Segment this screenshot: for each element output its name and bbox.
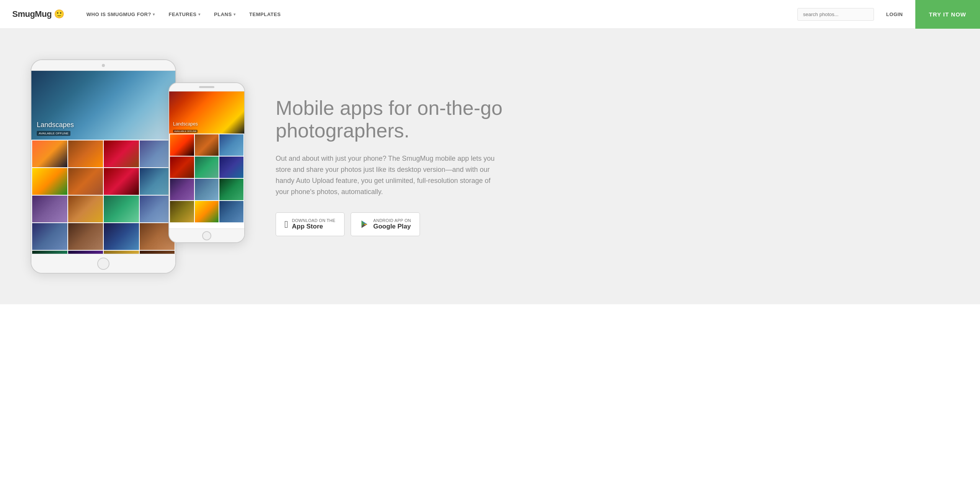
phone-grid-cell (219, 134, 243, 156)
hero-content: Mobile apps for on-the-go photographers.… (276, 97, 505, 237)
apple-icon:  (284, 219, 288, 230)
chevron-icon: ▾ (153, 12, 155, 16)
nav-item-templates[interactable]: TEMPLATES (242, 0, 287, 29)
google-play-icon (359, 219, 369, 229)
phone-screen: Landscapes AVAILABLE OFFLINE (169, 91, 244, 228)
grid-cell (32, 196, 67, 222)
phone-grid-cell (195, 179, 219, 200)
search-input[interactable] (797, 8, 874, 21)
grid-cell (68, 168, 103, 195)
phone-gallery-label: Landscapes (173, 121, 198, 127)
tablet-hero-image: Landscapes AVAILABLE OFFLINE (31, 71, 175, 140)
store-buttons:  Download on the App Store ANDROID APP … (276, 212, 505, 236)
app-store-main-text: App Store (292, 223, 336, 230)
tablet-camera (102, 64, 105, 67)
phone-grid-cell (170, 134, 194, 156)
grid-cell (32, 140, 67, 167)
phone-hero-image: Landscapes AVAILABLE OFFLINE (169, 91, 244, 134)
tablet-gallery-label: Landscapes (37, 121, 74, 129)
google-play-sub-text: ANDROID APP ON (373, 218, 411, 223)
phone-bottom-bar (169, 228, 244, 242)
nav-item-features[interactable]: FEATURES ▾ (162, 0, 207, 29)
grid-cell (104, 223, 139, 250)
grid-cell (104, 196, 139, 222)
tablet-top-bar (31, 60, 175, 71)
phone-hero-overlay: Landscapes AVAILABLE OFFLINE (173, 121, 198, 134)
google-play-text: ANDROID APP ON Google Play (373, 218, 411, 230)
phone-grid (169, 134, 244, 223)
tablet-bottom-bar (31, 254, 175, 273)
chevron-icon: ▾ (198, 12, 201, 16)
tablet-mockup: Landscapes AVAILABLE OFFLINE (31, 59, 176, 274)
grid-cell (104, 168, 139, 195)
nav-item-plans[interactable]: PLANS ▾ (207, 0, 242, 29)
phone-grid-cell (219, 157, 243, 178)
grid-cell (32, 251, 67, 254)
phone-grid-cell (219, 201, 243, 222)
home-button (97, 258, 109, 270)
tablet-offline-badge: AVAILABLE OFFLINE (37, 131, 70, 136)
nav-item-who[interactable]: WHO IS SMUGMUG FOR? ▾ (80, 0, 162, 29)
tablet-screen: Landscapes AVAILABLE OFFLINE (31, 71, 175, 254)
chevron-icon: ▾ (234, 12, 236, 16)
grid-cell (104, 251, 139, 254)
grid-cell (68, 223, 103, 250)
grid-cell (140, 251, 175, 254)
devices-wrapper: Landscapes AVAILABLE OFFLINE (31, 52, 245, 281)
grid-cell (68, 196, 103, 222)
grid-cell (68, 251, 103, 254)
phone-grid-cell (195, 134, 219, 156)
phone-mockup: Landscapes AVAILABLE OFFLINE (168, 82, 245, 243)
grid-cell (32, 168, 67, 195)
phone-offline-badge: AVAILABLE OFFLINE (173, 130, 198, 133)
login-button[interactable]: LOGIN (880, 11, 909, 17)
phone-grid-cell (219, 179, 243, 200)
phone-grid-cell (170, 157, 194, 178)
google-play-button[interactable]: ANDROID APP ON Google Play (351, 212, 420, 236)
google-play-main-text: Google Play (373, 223, 411, 230)
phone-home-button (202, 231, 211, 240)
tablet-hero-overlay: Landscapes AVAILABLE OFFLINE (37, 121, 74, 136)
app-store-sub-text: Download on the (292, 218, 336, 223)
app-store-text: Download on the App Store (292, 218, 336, 230)
navbar: SmugMug 🙂 WHO IS SMUGMUG FOR? ▾ FEATURES… (0, 0, 980, 29)
nav-right: LOGIN TRY IT NOW (797, 0, 968, 29)
tablet-grid (31, 140, 175, 254)
logo[interactable]: SmugMug 🙂 (12, 9, 64, 19)
hero-description: Out and about with just your phone? The … (276, 153, 505, 197)
phone-grid-cell (170, 201, 194, 222)
grid-cell (68, 140, 103, 167)
hero-section: Landscapes AVAILABLE OFFLINE (0, 29, 980, 304)
phone-grid-cell (195, 201, 219, 222)
phone-top-bar (169, 83, 244, 91)
grid-cell (32, 223, 67, 250)
phone-speaker (199, 86, 214, 88)
logo-text: SmugMug (12, 9, 52, 19)
app-store-button[interactable]:  Download on the App Store (276, 212, 345, 236)
try-button[interactable]: TRY IT NOW (915, 0, 980, 29)
nav-links: WHO IS SMUGMUG FOR? ▾ FEATURES ▾ PLANS ▾… (80, 0, 797, 29)
phone-grid-cell (170, 179, 194, 200)
logo-icon: 🙂 (54, 9, 64, 19)
grid-cell (104, 140, 139, 167)
hero-title: Mobile apps for on-the-go photographers. (276, 97, 505, 143)
phone-grid-cell (195, 157, 219, 178)
